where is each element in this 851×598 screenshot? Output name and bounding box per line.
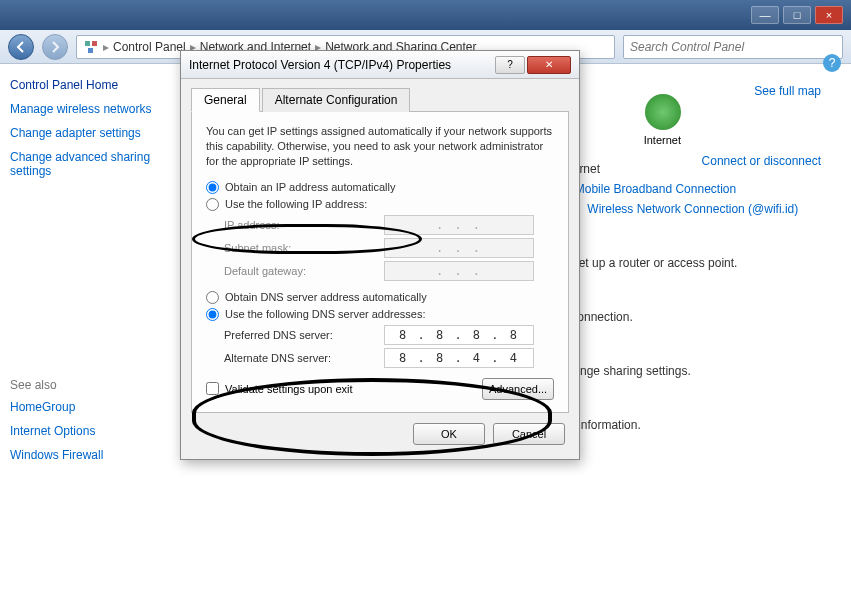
radio-ip-auto-label[interactable]: Obtain an IP address automatically — [225, 181, 395, 193]
sidebar-item-sharing[interactable]: Change advanced sharing settings — [10, 150, 170, 178]
connection-wifi[interactable]: Wireless Network Connection (@wifi.id) — [587, 202, 798, 216]
radio-dns-auto-label[interactable]: Obtain DNS server address automatically — [225, 291, 427, 303]
alt-dns-label: Alternate DNS server: — [224, 352, 384, 364]
search-input[interactable] — [630, 40, 836, 54]
subnet-label: Subnet mask: — [224, 242, 384, 254]
tab-general[interactable]: General — [191, 88, 260, 112]
see-full-map-link[interactable]: See full map — [754, 84, 821, 98]
advanced-button[interactable]: Advanced... — [482, 378, 554, 400]
radio-dns-manual[interactable] — [206, 308, 219, 321]
validate-label[interactable]: Validate settings upon exit — [225, 383, 353, 395]
back-button[interactable] — [8, 34, 34, 60]
dialog-button-row: OK Cancel — [191, 413, 569, 449]
crumb-control-panel[interactable]: Control Panel — [113, 40, 186, 54]
pref-dns-label: Preferred DNS server: — [224, 329, 384, 341]
arrow-left-icon — [15, 41, 27, 53]
svg-rect-1 — [92, 41, 97, 46]
subnet-input: . . . — [384, 238, 534, 258]
internet-label: Internet — [644, 134, 681, 146]
radio-ip-auto[interactable] — [206, 181, 219, 194]
search-box[interactable] — [623, 35, 843, 59]
radio-dns-auto[interactable] — [206, 291, 219, 304]
dialog-close-button[interactable]: ✕ — [527, 56, 571, 74]
sidebar-item-adapter[interactable]: Change adapter settings — [10, 126, 170, 140]
seealso-internet-options[interactable]: Internet Options — [10, 424, 170, 438]
alt-dns-input[interactable]: 8 . 8 . 4 . 4 — [384, 348, 534, 368]
gateway-input: . . . — [384, 261, 534, 281]
intro-text: You can get IP settings assigned automat… — [206, 124, 554, 169]
validate-checkbox[interactable] — [206, 382, 219, 395]
network-icon — [83, 39, 99, 55]
dialog-title: Internet Protocol Version 4 (TCP/IPv4) P… — [189, 58, 451, 72]
svg-rect-0 — [85, 41, 90, 46]
svg-rect-2 — [88, 48, 93, 53]
minimize-button[interactable]: — — [751, 6, 779, 24]
forward-button[interactable] — [42, 34, 68, 60]
radio-dns-manual-label[interactable]: Use the following DNS server addresses: — [225, 308, 426, 320]
dialog-help-button[interactable]: ? — [495, 56, 525, 74]
radio-ip-manual[interactable] — [206, 198, 219, 211]
sidebar-item-wireless[interactable]: Manage wireless networks — [10, 102, 170, 116]
sidebar-home[interactable]: Control Panel Home — [10, 78, 170, 92]
internet-globe-icon — [645, 94, 681, 130]
maximize-button[interactable]: □ — [783, 6, 811, 24]
arrow-right-icon — [49, 41, 61, 53]
ok-button[interactable]: OK — [413, 423, 485, 445]
dialog-tabs: General Alternate Configuration — [191, 87, 569, 112]
radio-ip-manual-label[interactable]: Use the following IP address: — [225, 198, 367, 210]
connection-mobile[interactable]: Mobile Broadband Connection — [575, 182, 736, 196]
pref-dns-input[interactable]: 8 . 8 . 8 . 8 — [384, 325, 534, 345]
sidebar: Control Panel Home Manage wireless netwo… — [0, 64, 180, 598]
tab-panel-general: You can get IP settings assigned automat… — [191, 112, 569, 413]
seealso-firewall[interactable]: Windows Firewall — [10, 448, 170, 462]
dialog-titlebar[interactable]: Internet Protocol Version 4 (TCP/IPv4) P… — [181, 51, 579, 79]
ip-address-label: IP address: — [224, 219, 384, 231]
seealso-label: See also — [10, 378, 170, 392]
window-titlebar: — □ × — [0, 0, 851, 30]
cancel-button[interactable]: Cancel — [493, 423, 565, 445]
tab-alternate[interactable]: Alternate Configuration — [262, 88, 411, 112]
gateway-label: Default gateway: — [224, 265, 384, 277]
close-button[interactable]: × — [815, 6, 843, 24]
ipv4-properties-dialog: Internet Protocol Version 4 (TCP/IPv4) P… — [180, 50, 580, 460]
seealso-homegroup[interactable]: HomeGroup — [10, 400, 170, 414]
help-icon[interactable]: ? — [823, 54, 841, 72]
connect-disconnect-link[interactable]: Connect or disconnect — [702, 154, 821, 168]
ip-address-input: . . . — [384, 215, 534, 235]
